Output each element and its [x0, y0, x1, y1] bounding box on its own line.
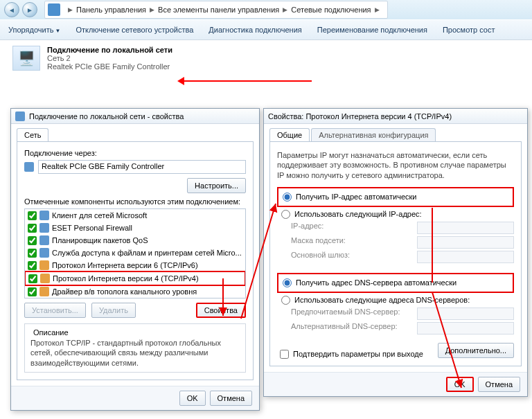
- dns-alt-field: [417, 322, 514, 335]
- breadcrumb[interactable]: ▶ Панель управления ▶ Все элементы панел…: [44, 1, 388, 19]
- ip-manual-radio[interactable]: Использовать следующий IP-адрес:: [281, 210, 514, 219]
- list-item: Протокол Интернета версии 6 (TCP/IPv6): [25, 259, 245, 271]
- toolbar: Упорядочить▼ Отключение сетевого устройс…: [0, 19, 532, 40]
- advanced-button[interactable]: Дополнительно...: [438, 343, 514, 358]
- mask-label: Маска подсети:: [291, 236, 346, 249]
- view-status-button[interactable]: Просмотр сост: [443, 26, 495, 34]
- connection-icon: 🖥️: [12, 46, 40, 71]
- confirm-checkbox[interactable]: Подтвердить параметры при выходе: [280, 350, 423, 359]
- network-icon: [15, 112, 25, 121]
- breadcrumb-item[interactable]: Сетевые подключения: [291, 6, 371, 14]
- connection-name: Подключение по локальной сети: [47, 46, 172, 54]
- components-list[interactable]: Клиент для сетей Microsoft ESET Personal…: [24, 208, 246, 298]
- organize-menu[interactable]: Упорядочить▼: [8, 26, 60, 34]
- ipv4-intro: Параметры IP могут назначаться автоматич…: [277, 150, 514, 180]
- adapter-icon: [24, 162, 34, 172]
- install-button[interactable]: Установить...: [24, 303, 86, 318]
- dialog-title: Подключение по локальной сети - свойства: [11, 109, 259, 124]
- firewall-icon: [39, 223, 49, 233]
- tab-network[interactable]: Сеть: [17, 128, 48, 141]
- dialog-title: Свойства: Протокол Интернета версии 4 (T…: [264, 109, 527, 124]
- ipv4-icon: [40, 274, 50, 283]
- list-item: ESET Personal Firewall: [25, 222, 245, 234]
- remove-button[interactable]: Удалить: [91, 303, 136, 318]
- description-text: Протокол TCP/IP - стандартный протокол г…: [30, 338, 240, 368]
- ip-auto-radio[interactable]: Получить IP-адрес автоматически: [283, 193, 513, 202]
- list-item: Служба доступа к файлам и принтерам сете…: [25, 247, 245, 259]
- ok-button[interactable]: OK: [179, 391, 206, 406]
- connect-via-label: Подключение через:: [24, 149, 246, 157]
- gateway-field: [417, 251, 514, 263]
- ip-address-label: IP-адрес:: [291, 222, 323, 234]
- diagnose-button[interactable]: Диагностика подключения: [209, 26, 301, 34]
- connection-network: Сеть 2: [47, 54, 71, 62]
- ipv4-properties-dialog: Свойства: Протокол Интернета версии 4 (T…: [263, 108, 528, 397]
- ip-address-field: [417, 222, 514, 234]
- disable-device-button[interactable]: Отключение сетевого устройства: [76, 26, 193, 34]
- components-label: Отмеченные компоненты используются этим …: [24, 197, 246, 206]
- configure-button[interactable]: Настроить...: [187, 178, 246, 193]
- list-item: Планировщик пакетов QoS: [25, 234, 245, 247]
- description-title: Описание: [30, 328, 71, 337]
- dns-alt-label: Альтернативный DNS-сервер:: [291, 322, 398, 335]
- ipv6-icon: [39, 260, 49, 270]
- nav-back-button[interactable]: ◄: [4, 2, 19, 17]
- cancel-button[interactable]: Отмена: [478, 377, 520, 392]
- annotation-arrow: [180, 80, 312, 82]
- nav-forward-button[interactable]: ►: [22, 2, 37, 17]
- connection-properties-dialog: Подключение по локальной сети - свойства…: [10, 108, 260, 411]
- cancel-button[interactable]: Отмена: [210, 391, 252, 406]
- list-item-ipv4: Протокол Интернета версии 4 (TCP/IPv4): [24, 271, 246, 286]
- connection-adapter: Realtek PCIe GBE Family Controller: [47, 62, 170, 71]
- breadcrumb-item[interactable]: Панель управления: [76, 6, 146, 14]
- mask-field: [417, 236, 514, 249]
- breadcrumb-item[interactable]: Все элементы панели управления: [158, 6, 279, 14]
- connection-item[interactable]: 🖥️ Подключение по локальной сети Сеть 2 …: [12, 46, 532, 71]
- dns-pref-field: [417, 307, 514, 320]
- adapter-field: Realtek PCIe GBE Family Controller: [38, 160, 246, 174]
- list-item: Ответчик обнаружения топологии канальног…: [25, 298, 245, 298]
- client-icon: [39, 211, 49, 220]
- network-icon: [48, 3, 60, 16]
- ok-button[interactable]: OK: [446, 377, 474, 392]
- gateway-label: Основной шлюз:: [291, 251, 350, 263]
- rename-button[interactable]: Переименование подключения: [317, 26, 427, 34]
- dns-auto-radio[interactable]: Получить адрес DNS-сервера автоматически: [283, 278, 513, 287]
- tab-alternative[interactable]: Альтернативная конфигурация: [311, 128, 436, 141]
- dns-pref-label: Предпочитаемый DNS-сервер:: [291, 307, 400, 320]
- dns-manual-radio[interactable]: Использовать следующие адреса DNS-сервер…: [281, 296, 514, 305]
- fileshare-icon: [39, 248, 49, 258]
- qos-icon: [39, 235, 49, 245]
- properties-button[interactable]: Свойства: [196, 303, 246, 318]
- list-item: Драйвер в/в тополога канального уровня: [25, 285, 245, 298]
- lltd-icon: [39, 287, 49, 296]
- tab-general[interactable]: Общие: [269, 128, 310, 141]
- list-item: Клиент для сетей Microsoft: [25, 209, 245, 222]
